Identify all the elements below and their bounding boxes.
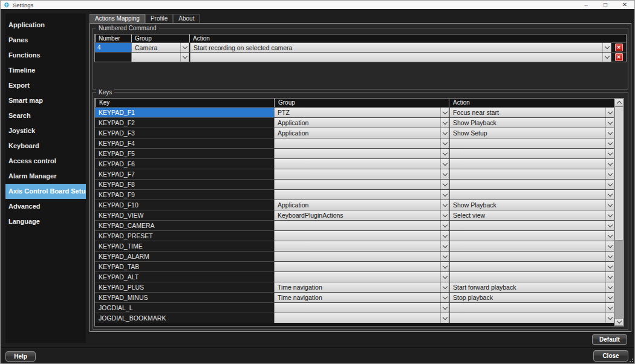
action-dropdown[interactable]: Select view [449,210,614,220]
key-cell[interactable]: KEYPAD_F10 [95,200,274,210]
sidebar-item-application[interactable]: Application [5,18,86,33]
chevron-down-icon[interactable] [180,53,189,62]
key-cell[interactable]: KEYPAD_F2 [95,118,274,128]
chevron-down-icon[interactable] [440,293,449,302]
chevron-down-icon[interactable] [605,128,614,138]
key-cell[interactable]: KEYPAD_MINUS [95,293,274,302]
group-dropdown[interactable] [274,149,449,158]
chevron-down-icon[interactable] [605,272,614,282]
close-window-button[interactable]: ✕ [615,1,634,9]
key-cell[interactable]: KEYPAD_F8 [95,180,274,189]
chevron-down-icon[interactable] [605,149,614,158]
action-dropdown[interactable] [449,190,614,200]
action-dropdown[interactable] [449,221,614,230]
resize-grip-icon[interactable] [627,356,633,362]
number-cell[interactable] [95,53,131,62]
tab-actions-mapping[interactable]: Actions Mapping [90,14,145,23]
chevron-down-icon[interactable] [440,272,449,282]
chevron-down-icon[interactable] [605,262,614,271]
help-button[interactable]: Help [5,351,36,362]
chevron-down-icon[interactable] [440,262,449,271]
chevron-down-icon[interactable] [440,221,449,230]
group-dropdown[interactable] [274,221,449,230]
chevron-down-icon[interactable] [605,118,614,128]
key-cell[interactable]: KEYPAD_F5 [95,149,274,158]
delete-row-button[interactable]: ✕ [615,53,623,61]
chevron-down-icon[interactable] [440,190,449,200]
sidebar-item-smart-map[interactable]: Smart map [5,93,86,108]
action-dropdown[interactable] [449,169,614,179]
sidebar-item-access-control[interactable]: Access control [5,154,86,169]
chevron-down-icon[interactable] [605,241,614,251]
group-dropdown[interactable] [274,231,449,241]
key-cell[interactable]: KEYPAD_VIEW [95,210,274,220]
group-dropdown[interactable] [274,159,449,169]
chevron-down-icon[interactable] [440,313,449,323]
key-cell[interactable]: KEYPAD_F1 [95,108,274,117]
action-dropdown[interactable]: Stop playback [449,293,614,302]
group-dropdown[interactable] [274,313,449,323]
group-dropdown[interactable] [274,138,449,148]
sidebar-item-language[interactable]: Language [5,214,86,229]
key-cell[interactable]: KEYPAD_F3 [95,128,274,138]
sidebar-item-panes[interactable]: Panes [5,33,86,48]
action-dropdown[interactable]: Show Playback [449,118,614,128]
number-cell[interactable]: 4 [95,43,131,52]
sidebar-item-export[interactable]: Export [5,78,86,93]
sidebar-item-joystick[interactable]: Joystick [5,123,86,138]
minimize-button[interactable]: – [576,1,596,9]
chevron-down-icon[interactable] [440,200,449,210]
group-dropdown[interactable]: Time navigation [274,293,449,302]
group-dropdown[interactable] [274,252,449,261]
delete-row-button[interactable]: ✕ [615,44,623,51]
chevron-down-icon[interactable] [605,252,614,261]
action-dropdown[interactable] [449,149,614,158]
sidebar-item-alarm-manager[interactable]: Alarm Manager [5,169,86,184]
chevron-down-icon[interactable] [605,221,614,230]
action-dropdown[interactable] [449,231,614,241]
group-dropdown[interactable]: PTZ [274,108,449,117]
action-dropdown[interactable] [449,262,614,271]
group-dropdown[interactable]: Application [274,128,449,138]
key-cell[interactable]: KEYPAD_CAMERA [95,221,274,230]
group-dropdown[interactable] [131,53,189,62]
sidebar-item-functions[interactable]: Functions [5,48,86,63]
chevron-down-icon[interactable] [605,138,614,148]
action-dropdown[interactable] [190,53,611,62]
key-cell[interactable]: KEYPAD_TIME [95,241,274,251]
action-dropdown[interactable]: Show Playback [449,200,614,210]
chevron-down-icon[interactable] [440,210,449,220]
chevron-down-icon[interactable] [440,118,449,128]
action-dropdown[interactable] [449,252,614,261]
action-dropdown[interactable] [449,138,614,148]
group-dropdown[interactable] [274,303,449,313]
key-cell[interactable]: KEYPAD_F6 [95,159,274,169]
chevron-down-icon[interactable] [602,53,611,62]
sidebar-item-advanced[interactable]: Advanced [5,199,86,214]
chevron-down-icon[interactable] [440,180,449,189]
chevron-down-icon[interactable] [605,200,614,210]
chevron-down-icon[interactable] [440,231,449,241]
chevron-down-icon[interactable] [605,313,614,323]
key-cell[interactable]: JOGDIAL_BOOKMARK [95,313,274,323]
chevron-down-icon[interactable] [180,43,189,52]
chevron-down-icon[interactable] [602,43,611,52]
sidebar-item-axis-control-board-setup[interactable]: Axis Control Board Setup [5,184,86,199]
chevron-down-icon[interactable] [605,108,614,117]
tab-profile[interactable]: Profile [145,14,173,23]
key-cell[interactable]: KEYPAD_ALARM [95,252,274,261]
chevron-down-icon[interactable] [605,190,614,200]
action-dropdown[interactable]: Start recording on selected camera [190,43,611,52]
group-dropdown[interactable]: Application [274,118,449,128]
keys-scrollbar[interactable] [614,99,624,326]
scrollbar-thumb[interactable] [614,106,624,241]
scroll-down-button[interactable] [614,318,624,326]
chevron-down-icon[interactable] [605,231,614,241]
key-cell[interactable]: KEYPAD_PRESET [95,231,274,241]
group-dropdown[interactable] [274,169,449,179]
chevron-down-icon[interactable] [440,108,449,117]
chevron-down-icon[interactable] [440,303,449,313]
key-cell[interactable]: KEYPAD_F9 [95,190,274,200]
chevron-down-icon[interactable] [440,241,449,251]
chevron-down-icon[interactable] [440,169,449,179]
